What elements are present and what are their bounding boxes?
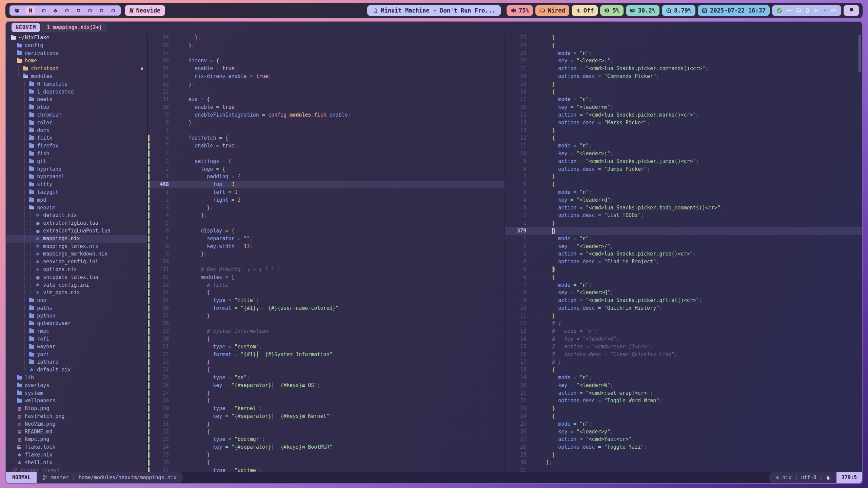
code-line[interactable]: 27 action = "<cmd>Yazi<cr>"; — [505, 435, 862, 443]
workspace-6-square-icon[interactable] — [75, 7, 81, 14]
code-line[interactable]: 29 } — [505, 451, 862, 459]
tree-item-home[interactable]: home — [6, 57, 147, 65]
code-line[interactable]: 28 options.desc = "Toggle Yazi"; — [505, 443, 862, 451]
code-line[interactable]: 24 { — [505, 412, 862, 420]
code-line[interactable]: 16 format = "{#1}┌── {#}{user-name-color… — [148, 304, 505, 312]
code-line[interactable]: 2 logo = { — [148, 165, 505, 173]
code-line[interactable]: 19 # System Information — [148, 327, 505, 335]
workspace-4-flame-icon[interactable] — [52, 7, 58, 14]
code-line[interactable]: 22 format = "{#1}│ {#}System Information… — [148, 351, 505, 359]
code-line[interactable]: 16 key = "<leader>m"; — [505, 103, 862, 111]
tree-item-0_template[interactable]: │ 0_template — [6, 80, 147, 88]
code-line[interactable]: 30 key = "{#separator}│ {#keys}▤ Kernel"… — [148, 412, 505, 420]
tree-item-~/NixFlake[interactable]: ~/NixFlake — [6, 34, 147, 42]
code-line[interactable]: 5 enable = true; — [148, 142, 505, 150]
code-line[interactable]: 5 } — [505, 266, 862, 273]
code-line[interactable]: 31 — [505, 467, 862, 472]
tree-item-vim_opts.nix[interactable]: │ └ ✻vim_opts.nix — [6, 289, 147, 297]
tree-item-fish[interactable]: │ fish — [6, 150, 147, 158]
code-line[interactable]: 6 display = { — [148, 227, 505, 235]
code-line[interactable]: 5 — [148, 219, 505, 227]
network-chip[interactable]: Wired — [535, 5, 569, 16]
disk-chip[interactable]: 8.79% — [662, 5, 695, 16]
workspace-3-square-icon[interactable] — [41, 7, 47, 14]
code-line[interactable]: 11 mode = "n"; — [505, 142, 862, 150]
editor-right-pane[interactable]: 25 }24 {23 mode = "n";22 key = "<leader>… — [505, 33, 862, 472]
tree-item-neovide_config.ini[interactable]: │ │ ✱neovide_config.ini — [6, 258, 147, 266]
code-line[interactable]: 10 key = "<leader>j"; — [505, 150, 862, 158]
tree-item-python[interactable]: │ python — [6, 312, 147, 320]
code-line[interactable]: 14 { — [148, 289, 505, 297]
code-line[interactable]: 23 } — [148, 358, 505, 366]
tree-item-default.nix[interactable]: └ ✻default.nix — [6, 366, 147, 374]
volume-chip[interactable]: 75% — [507, 5, 533, 16]
code-line[interactable]: 28 { — [148, 397, 505, 405]
tree-item-flake.lock[interactable]: flake.lock — [6, 443, 147, 451]
code-line[interactable]: 2 options.desc = "List TODOs"; — [505, 211, 862, 219]
tray-phone-icon[interactable] — [805, 8, 810, 13]
tree-item-qutebrowser[interactable]: │ qutebrowser — [6, 320, 147, 327]
code-line[interactable]: 15 type = "title"; — [148, 297, 505, 304]
code-line[interactable]: 18 { — [505, 88, 862, 96]
code-line[interactable]: 32 { — [148, 428, 505, 436]
tree-item-kitty[interactable]: │ kitty — [6, 181, 147, 188]
code-line[interactable]: 36 { — [148, 459, 505, 467]
code-line[interactable]: 7 mode = "n"; — [505, 281, 862, 289]
tree-item-snippets_latex.lua[interactable]: │ │ ●snippets_latex.lua — [6, 273, 147, 281]
code-line[interactable]: 22 key = "<leader>:"; — [505, 57, 862, 65]
tray-keyboard-icon[interactable] — [831, 8, 837, 13]
code-line[interactable]: 2 key = "<leader>/"; — [505, 243, 862, 250]
code-line[interactable]: 17 — [148, 49, 505, 57]
tree-item-paths[interactable]: │ paths — [6, 304, 147, 312]
tray-key-icon[interactable] — [813, 8, 819, 13]
tree-item-README.md[interactable]: ▤README.md — [6, 428, 147, 436]
code-line[interactable]: 3 action = "<cmd>lua Snacks.picker.grep(… — [505, 250, 862, 258]
code-line[interactable]: 1 left = 1; — [148, 188, 505, 196]
code-line[interactable]: 1 } — [505, 219, 862, 227]
code-line[interactable]: 35 } — [148, 451, 505, 459]
code-line[interactable]: 12 # { — [505, 320, 862, 327]
tree-item-Rmpc.png[interactable]: ▨Rmpc.png — [6, 435, 147, 443]
tree-item-flake.nix[interactable]: ✻flake.nix — [6, 451, 147, 459]
tree-item-extraConfigLua.lua[interactable]: │ │ ●extraConfigLua.lua — [6, 219, 147, 227]
tree-item-firefox[interactable]: │ firefox — [6, 142, 147, 150]
code-line[interactable]: 24 { — [148, 366, 505, 374]
tree-item-system[interactable]: system — [6, 389, 147, 397]
buffer-tab[interactable]: 1 mappings.nix[2+] — [41, 23, 107, 32]
tree-item-lib[interactable]: lib — [6, 374, 147, 382]
code-line[interactable]: 379 { — [505, 227, 862, 235]
tree-item-Btop.png[interactable]: ▨Btop.png — [6, 405, 147, 412]
code-line[interactable]: 33 type = "bootmgr"; — [148, 435, 505, 443]
code-line[interactable]: 7 separator = ""; — [148, 235, 505, 243]
code-line[interactable]: 4 options.desc = "Find in Project"; — [505, 258, 862, 266]
code-line[interactable]: 29 type = "kernel"; — [148, 405, 505, 412]
code-line[interactable]: 4 }; — [148, 211, 505, 219]
code-line[interactable]: 1 mode = "n"; — [505, 235, 862, 243]
code-line[interactable]: 13 } — [505, 127, 862, 135]
tree-item-mappings_latex.nix[interactable]: │ │ ✻mappings_latex.nix — [6, 243, 147, 250]
code-line[interactable]: 13 # mode = "n"; — [505, 327, 862, 335]
code-line[interactable]: 10 options.desc = "Quickfix History"; — [505, 304, 862, 312]
workspace-1-cat-icon[interactable] — [14, 7, 20, 14]
code-line[interactable]: 3 settings = { — [148, 158, 505, 165]
code-line[interactable]: 14 options.desc = "Marks Picker"; — [505, 119, 862, 127]
code-line[interactable]: 37 type = "uptime"; — [148, 467, 505, 472]
code-line[interactable]: 15 action = "<cmd>lua Snacks.picker.mark… — [505, 111, 862, 119]
code-line[interactable]: 6 { — [505, 181, 862, 188]
tree-item-docs[interactable]: │ docs — [6, 127, 147, 135]
workspace-7-square-icon[interactable] — [87, 7, 93, 14]
editor-middle-pane[interactable]: 19 };18 };1716 direnv = {15 enable = tru… — [148, 33, 505, 472]
tree-item-rmpc[interactable]: │ rmpc — [6, 327, 147, 335]
code-line[interactable]: 17 } — [148, 312, 505, 320]
code-line[interactable]: 23 } — [505, 405, 862, 412]
code-line[interactable]: 16 # options.desc = "Clear Quickfix List… — [505, 351, 862, 359]
code-line[interactable]: 10 — [148, 258, 505, 266]
tree-item-rofi[interactable]: │ rofi — [6, 335, 147, 343]
code-line[interactable]: 13 }; — [148, 80, 505, 88]
code-line[interactable]: 8 }; — [148, 119, 505, 127]
tree-item-git[interactable]: │ git — [6, 158, 147, 165]
tree-item-vale_config.ini[interactable]: │ │ ✱vale_config.ini — [6, 281, 147, 289]
tray-triangle-icon[interactable] — [823, 8, 827, 13]
tree-item-mappings_markdown.nix[interactable]: │ │ ✻mappings_markdown.nix — [6, 250, 147, 258]
code-line[interactable]: 11 eza = { — [148, 96, 505, 103]
